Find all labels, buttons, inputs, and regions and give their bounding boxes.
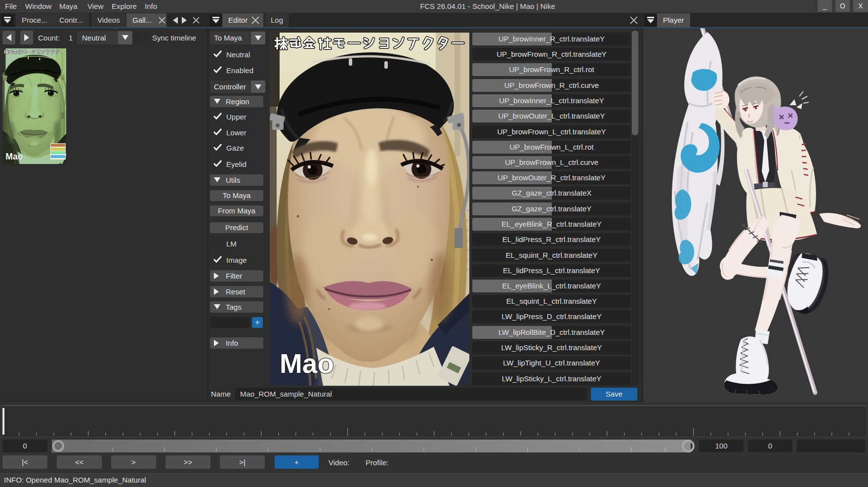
svg-text:Mao: Mao — [280, 348, 334, 379]
